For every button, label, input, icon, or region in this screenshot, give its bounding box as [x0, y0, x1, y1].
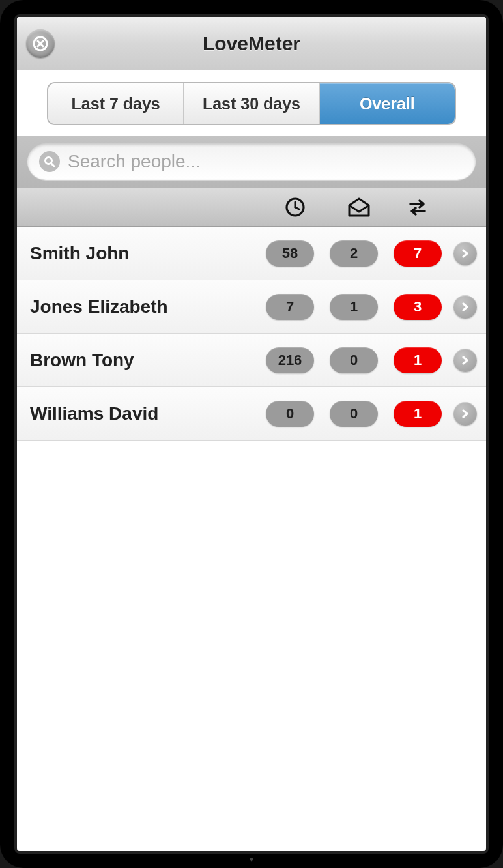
transfer-badge: 1	[394, 347, 442, 373]
tab-overall[interactable]: Overall	[320, 83, 455, 124]
mail-badge: 1	[330, 294, 378, 320]
person-name: Jones Elizabeth	[30, 297, 258, 317]
list-item[interactable]: Brown Tony21601	[17, 334, 486, 387]
chevron-right-icon[interactable]	[453, 349, 477, 372]
column-time[interactable]	[263, 196, 327, 218]
mail-badge: 0	[330, 401, 378, 427]
column-header-row	[17, 188, 486, 227]
transfer-badge: 7	[394, 240, 442, 267]
time-badge: 216	[266, 347, 314, 373]
chevron-right-icon[interactable]	[453, 402, 477, 426]
list-item[interactable]: Smith John5827	[17, 227, 486, 280]
search-field[interactable]	[27, 143, 476, 180]
tab-label: Last 7 days	[72, 94, 160, 113]
search-input[interactable]	[68, 151, 464, 172]
svg-line-4	[51, 164, 55, 167]
close-icon	[33, 36, 48, 51]
tab-last-7-days[interactable]: Last 7 days	[48, 83, 184, 124]
mail-badge: 2	[330, 240, 378, 267]
tab-label: Last 30 days	[203, 94, 300, 113]
list-item[interactable]: Williams David001	[17, 387, 486, 441]
time-badge: 7	[266, 294, 314, 320]
tab-last-30-days[interactable]: Last 30 days	[184, 83, 319, 124]
time-range-tabs: Last 7 days Last 30 days Overall	[17, 70, 486, 136]
mail-open-icon	[347, 196, 371, 218]
person-name: Brown Tony	[30, 350, 258, 371]
column-mail[interactable]	[327, 196, 391, 218]
time-badge: 58	[266, 240, 314, 267]
page-title: LoveMeter	[203, 33, 300, 55]
chevron-right-icon[interactable]	[453, 242, 477, 265]
tab-label: Overall	[360, 94, 415, 113]
transfer-icon	[408, 198, 427, 216]
transfer-badge: 1	[394, 401, 442, 427]
clock-icon	[284, 196, 306, 218]
people-list: Smith John5827Jones Elizabeth713Brown To…	[17, 227, 486, 441]
person-name: Smith John	[30, 243, 258, 264]
search-bar	[17, 136, 486, 188]
transfer-badge: 3	[394, 294, 442, 320]
column-transfer[interactable]	[391, 198, 444, 216]
chevron-right-icon[interactable]	[453, 295, 477, 319]
time-badge: 0	[266, 401, 314, 427]
close-button[interactable]	[26, 29, 55, 58]
list-item[interactable]: Jones Elizabeth713	[17, 280, 486, 334]
svg-line-7	[295, 207, 299, 209]
device-indicator: ▾	[250, 855, 253, 864]
title-bar: LoveMeter	[17, 17, 486, 70]
person-name: Williams David	[30, 403, 258, 424]
search-icon	[39, 151, 60, 172]
mail-badge: 0	[330, 347, 378, 373]
